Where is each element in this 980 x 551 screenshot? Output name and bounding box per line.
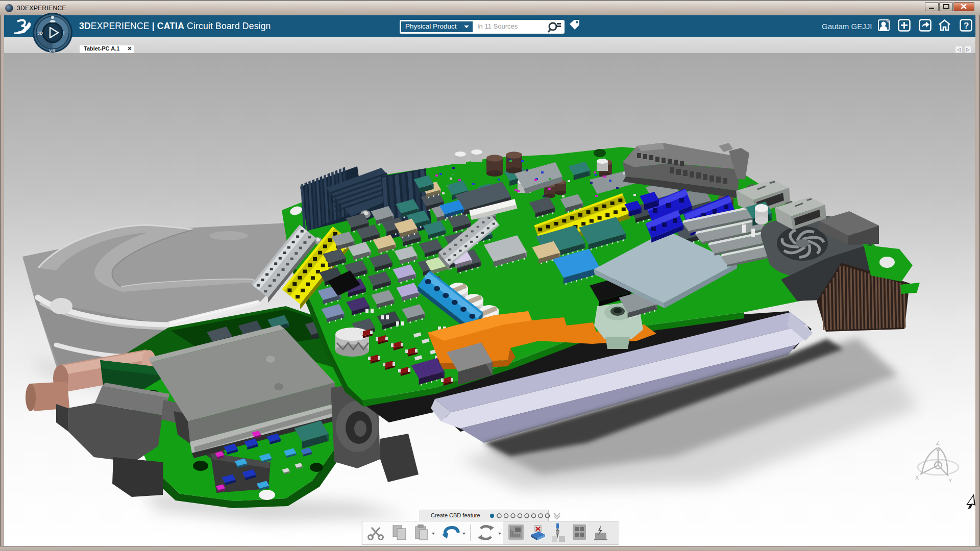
svg-text:X: X — [915, 474, 919, 481]
svg-text:V.R: V.R — [49, 48, 56, 53]
svg-text:i: i — [63, 31, 64, 36]
svg-text:?: ? — [964, 21, 969, 31]
svg-text:3D: 3D — [37, 31, 43, 36]
svg-text:Z: Z — [936, 440, 940, 446]
svg-text:Y: Y — [948, 478, 952, 484]
